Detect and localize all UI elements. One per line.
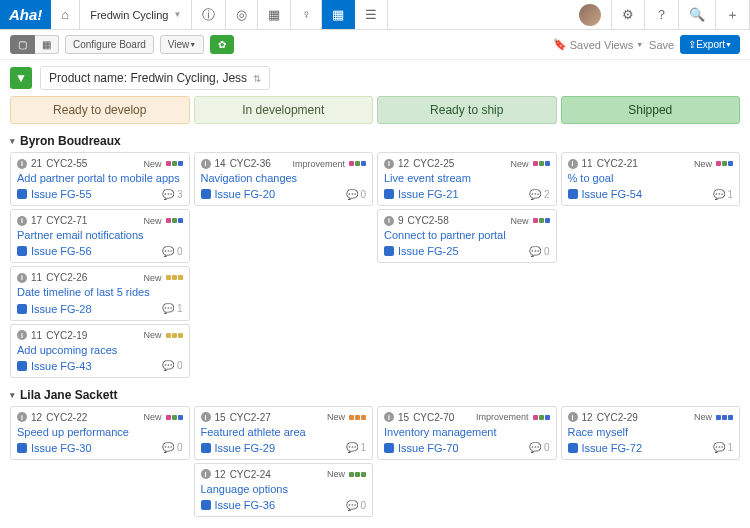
card[interactable]: i12 CYC2-25New Live event streamIssue FG… — [377, 152, 557, 206]
info-icon[interactable]: i — [17, 412, 27, 422]
card[interactable]: i15 CYC2-70Improvement Inventory managem… — [377, 406, 557, 460]
card-title[interactable]: Inventory management — [384, 426, 550, 439]
lane[interactable]: i15 CYC2-70Improvement Inventory managem… — [377, 406, 557, 517]
issue-link[interactable]: Issue FG-43 — [31, 360, 92, 372]
card[interactable]: i14 CYC2-36Improvement Navigation change… — [194, 152, 374, 206]
card-title[interactable]: Language options — [201, 483, 367, 496]
issue-link[interactable]: Issue FG-70 — [398, 442, 459, 454]
comment-count[interactable]: 💬 0 — [346, 189, 366, 200]
info-icon[interactable]: i — [17, 159, 27, 169]
card[interactable]: i12 CYC2-29New Race myselfIssue FG-72💬 1 — [561, 406, 741, 460]
comment-count[interactable]: 💬 1 — [713, 442, 733, 453]
issue-link[interactable]: Issue FG-28 — [31, 303, 92, 315]
target-icon[interactable]: ◎ — [226, 0, 258, 29]
info-icon[interactable]: i — [17, 330, 27, 340]
lane[interactable]: i15 CYC2-27New Featured athlete areaIssu… — [194, 406, 374, 517]
product-selector[interactable]: Fredwin Cycling▼ — [80, 0, 192, 29]
card-title[interactable]: Featured athlete area — [201, 426, 367, 439]
issue-link[interactable]: Issue FG-36 — [215, 499, 276, 511]
section-header[interactable]: ▾Ron Wilson — [10, 523, 740, 528]
card[interactable]: i17 CYC2-71New Partner email notificatio… — [10, 209, 190, 263]
info-icon[interactable]: i — [384, 412, 394, 422]
issue-link[interactable]: Issue FG-56 — [31, 245, 92, 257]
avatar[interactable] — [569, 0, 612, 29]
add-icon[interactable]: ＋ — [716, 0, 750, 29]
configure-board-button[interactable]: Configure Board — [65, 35, 154, 54]
issue-link[interactable]: Issue FG-72 — [582, 442, 643, 454]
comment-count[interactable]: 💬 0 — [162, 442, 182, 453]
card-title[interactable]: Speed up performance — [17, 426, 183, 439]
info-icon[interactable]: i — [568, 159, 578, 169]
card-title[interactable]: Add partner portal to mobile apps — [17, 172, 183, 185]
col-shipped[interactable]: Shipped — [561, 96, 741, 124]
info-icon[interactable]: i — [384, 159, 394, 169]
issue-link[interactable]: Issue FG-30 — [31, 442, 92, 454]
info-icon[interactable]: i — [568, 412, 578, 422]
col-in-development[interactable]: In development — [194, 96, 374, 124]
info-icon[interactable]: i — [384, 216, 394, 226]
comment-count[interactable]: 💬 0 — [529, 442, 549, 453]
lane[interactable]: i12 CYC2-25New Live event streamIssue FG… — [377, 152, 557, 378]
issue-link[interactable]: Issue FG-25 — [398, 245, 459, 257]
saved-views-button[interactable]: 🔖 Saved Views ▼ — [553, 38, 643, 51]
card[interactable]: i15 CYC2-27New Featured athlete areaIssu… — [194, 406, 374, 460]
col-ready-ship[interactable]: Ready to ship — [377, 96, 557, 124]
issue-link[interactable]: Issue FG-21 — [398, 188, 459, 200]
lane[interactable]: i12 CYC2-29New Race myselfIssue FG-72💬 1 — [561, 406, 741, 517]
comment-count[interactable]: 💬 0 — [529, 246, 549, 257]
comment-count[interactable]: 💬 0 — [162, 360, 182, 371]
col-ready-develop[interactable]: Ready to develop — [10, 96, 190, 124]
layout-card-button[interactable]: ▢ — [10, 35, 35, 54]
info-icon[interactable]: i — [201, 159, 211, 169]
view-button[interactable]: View ▼ — [160, 35, 204, 54]
info-icon[interactable]: ⓘ — [192, 0, 226, 29]
card[interactable]: i9 CYC2-58New Connect to partner portalI… — [377, 209, 557, 263]
card-title[interactable]: Live event stream — [384, 172, 550, 185]
lane[interactable]: i12 CYC2-22New Speed up performanceIssue… — [10, 406, 190, 517]
info-icon[interactable]: i — [201, 412, 211, 422]
card[interactable]: i12 CYC2-22New Speed up performanceIssue… — [10, 406, 190, 460]
list-icon[interactable]: ☰ — [355, 0, 388, 29]
export-button[interactable]: ⇪ Export ▼ — [680, 35, 740, 54]
card-title[interactable]: Navigation changes — [201, 172, 367, 185]
lane[interactable]: i21 CYC2-55New Add partner portal to mob… — [10, 152, 190, 378]
card[interactable]: i12 CYC2-24New Language optionsIssue FG-… — [194, 463, 374, 517]
layout-grid-button[interactable]: ▦ — [35, 35, 59, 54]
search-icon[interactable]: 🔍 — [679, 0, 716, 29]
comment-count[interactable]: 💬 0 — [162, 246, 182, 257]
lane[interactable]: i14 CYC2-36Improvement Navigation change… — [194, 152, 374, 378]
logo[interactable]: Aha! — [0, 0, 51, 29]
refresh-button[interactable]: ✿ — [210, 35, 234, 54]
comment-count[interactable]: 💬 0 — [346, 500, 366, 511]
card-title[interactable]: Race myself — [568, 426, 734, 439]
calendar-icon[interactable]: ▦ — [258, 0, 291, 29]
comment-count[interactable]: 💬 3 — [162, 189, 182, 200]
card-title[interactable]: Connect to partner portal — [384, 229, 550, 242]
filter-selector[interactable]: Product name: Fredwin Cycling, Jess⇅ — [40, 66, 270, 90]
home-icon[interactable]: ⌂ — [51, 0, 80, 29]
issue-link[interactable]: Issue FG-29 — [215, 442, 276, 454]
help-icon[interactable]: ？ — [645, 0, 679, 29]
card[interactable]: i11 CYC2-21New % to goalIssue FG-54💬 1 — [561, 152, 741, 206]
section-header[interactable]: ▾Byron Boudreaux — [10, 130, 740, 152]
card-title[interactable]: Add upcoming races — [17, 344, 183, 357]
issue-link[interactable]: Issue FG-55 — [31, 188, 92, 200]
section-header[interactable]: ▾Lila Jane Sackett — [10, 384, 740, 406]
board-icon[interactable]: ▦ — [322, 0, 355, 29]
info-icon[interactable]: i — [201, 469, 211, 479]
comment-count[interactable]: 💬 1 — [713, 189, 733, 200]
info-icon[interactable]: i — [17, 273, 27, 283]
card-title[interactable]: % to goal — [568, 172, 734, 185]
card[interactable]: i11 CYC2-26New Date timeline of last 5 r… — [10, 266, 190, 320]
card-title[interactable]: Partner email notifications — [17, 229, 183, 242]
gear-icon[interactable]: ⚙ — [612, 0, 645, 29]
comment-count[interactable]: 💬 1 — [346, 442, 366, 453]
issue-link[interactable]: Issue FG-54 — [582, 188, 643, 200]
info-icon[interactable]: i — [17, 216, 27, 226]
save-button[interactable]: Save — [649, 39, 674, 51]
comment-count[interactable]: 💬 2 — [529, 189, 549, 200]
lane[interactable]: i11 CYC2-21New % to goalIssue FG-54💬 1 — [561, 152, 741, 378]
comment-count[interactable]: 💬 1 — [162, 303, 182, 314]
bulb-icon[interactable]: ♀ — [291, 0, 322, 29]
filter-button[interactable]: ▼ — [10, 67, 32, 89]
